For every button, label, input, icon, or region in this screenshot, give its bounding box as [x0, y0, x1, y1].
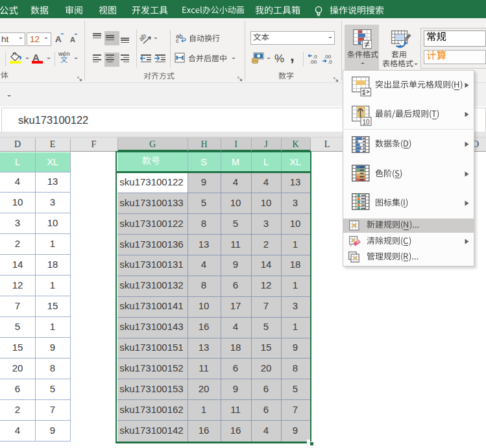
svg-text:.0: .0 [328, 59, 332, 64]
svg-text:10: 10 [363, 119, 371, 126]
svg-text:.00: .00 [310, 59, 317, 64]
